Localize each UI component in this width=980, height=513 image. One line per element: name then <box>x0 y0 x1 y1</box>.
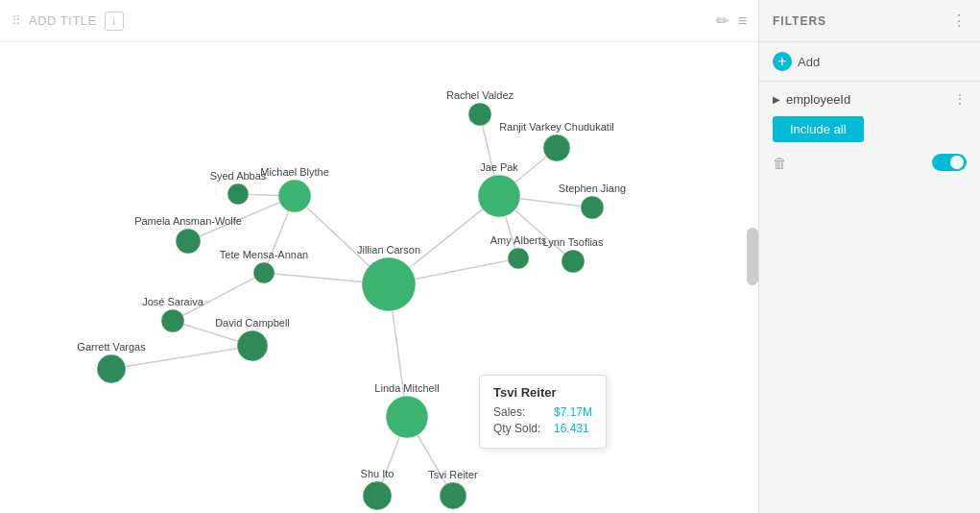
node-garrett[interactable]: Garrett Vargas <box>77 341 146 383</box>
node-shu[interactable]: Shu Ito <box>361 468 394 510</box>
scroll-handle[interactable] <box>747 228 758 285</box>
svg-point-46 <box>386 396 428 438</box>
svg-point-34 <box>278 180 311 212</box>
svg-text:Stephen Jiang: Stephen Jiang <box>559 183 626 194</box>
svg-point-18 <box>468 103 491 126</box>
svg-point-24 <box>581 196 604 219</box>
trash-icon[interactable]: 🗑 <box>773 155 787 171</box>
svg-text:José Saraiva: José Saraiva <box>142 296 203 307</box>
filter-toggle[interactable] <box>932 154 967 171</box>
svg-point-20 <box>543 134 570 161</box>
node-david[interactable]: David Campbell <box>215 317 290 361</box>
panel-menu-icon[interactable]: ⋮ <box>951 12 967 30</box>
svg-point-28 <box>562 250 585 273</box>
node-stephen[interactable]: Stephen Jiang <box>559 183 626 219</box>
chart-title-area: ⠿ ADD TITLE i <box>12 12 124 31</box>
svg-text:Jillian Carson: Jillian Carson <box>357 244 420 256</box>
add-circle-icon: + <box>773 52 792 71</box>
filter-item-menu-icon[interactable]: ⋮ <box>953 91 967 107</box>
svg-point-44 <box>97 354 126 383</box>
svg-point-42 <box>237 330 268 361</box>
svg-text:Jae Pak: Jae Pak <box>480 161 518 173</box>
svg-text:Syed Abbas: Syed Abbas <box>210 170 267 182</box>
svg-point-50 <box>440 482 466 509</box>
filter-section: ▶ employeeId ⋮ Include all 🗑 <box>759 82 980 181</box>
right-panel: FILTERS ⋮ + Add ▶ employeeId ⋮ Include a… <box>759 0 980 513</box>
svg-text:Garrett Vargas: Garrett Vargas <box>77 341 146 353</box>
svg-text:Tsvi Reiter: Tsvi Reiter <box>428 469 478 480</box>
svg-text:Linda Mitchell: Linda Mitchell <box>374 382 439 394</box>
node-jillian[interactable]: Jillian Carson <box>357 244 420 311</box>
node-pamela[interactable]: Pamela Ansman-Wolfe <box>134 215 242 254</box>
svg-point-38 <box>176 229 201 254</box>
add-filter-button[interactable]: + Add <box>759 42 980 82</box>
edit-icon[interactable]: ✏ <box>716 12 729 30</box>
svg-text:Pamela Ansman-Wolfe: Pamela Ansman-Wolfe <box>134 215 242 227</box>
node-tsvi[interactable]: Tsvi Reiter <box>428 469 478 509</box>
svg-text:Shu Ito: Shu Ito <box>361 468 394 479</box>
chart-header-actions: ✏ ≡ <box>716 12 747 30</box>
chevron-right-icon: ▶ <box>773 94 780 105</box>
node-amy[interactable]: Amy Alberts <box>490 234 547 269</box>
svg-point-36 <box>227 183 249 205</box>
chart-title[interactable]: ADD TITLE <box>29 13 97 28</box>
node-linda[interactable]: Linda Mitchell <box>374 382 439 438</box>
node-jose[interactable]: José Saraiva <box>142 296 203 332</box>
svg-text:Tete Mensa-Annan: Tete Mensa-Annan <box>220 249 308 260</box>
svg-point-48 <box>363 481 392 510</box>
drag-icon: ⠿ <box>12 13 21 28</box>
filter-footer: 🗑 <box>773 154 967 171</box>
menu-icon[interactable]: ≡ <box>738 12 747 30</box>
node-lynn[interactable]: Lynn Tsoflias <box>543 236 604 273</box>
node-tete[interactable]: Tete Mensa-Annan <box>220 249 308 283</box>
network-graph[interactable]: Rachel ValdezRanjit Varkey ChudukatilJae… <box>0 42 758 513</box>
node-jae[interactable]: Jae Pak <box>478 161 520 217</box>
panel-header: FILTERS ⋮ <box>759 0 980 42</box>
svg-text:David Campbell: David Campbell <box>215 317 290 329</box>
node-ranjit[interactable]: Ranjit Varkey Chudukatil <box>499 121 614 161</box>
toggle-knob <box>950 156 964 169</box>
svg-text:Rachel Valdez: Rachel Valdez <box>446 89 514 101</box>
svg-point-30 <box>362 257 416 311</box>
svg-point-40 <box>161 309 184 332</box>
chart-header: ⠿ ADD TITLE i ✏ ≡ <box>0 0 758 42</box>
chart-area: ⠿ ADD TITLE i ✏ ≡ Rachel ValdezRanjit Va… <box>0 0 759 513</box>
filter-item-header: ▶ employeeId ⋮ <box>773 91 967 107</box>
svg-point-26 <box>508 248 529 269</box>
svg-point-22 <box>478 175 520 217</box>
filter-item-left[interactable]: ▶ employeeId <box>773 92 850 107</box>
filter-name: employeeId <box>786 92 850 107</box>
add-label: Add <box>798 55 820 69</box>
include-all-button[interactable]: Include all <box>773 116 864 142</box>
svg-text:Ranjit Varkey Chudukatil: Ranjit Varkey Chudukatil <box>499 121 614 133</box>
svg-text:Michael Blythe: Michael Blythe <box>260 166 329 178</box>
panel-title: FILTERS <box>773 14 826 28</box>
info-button[interactable]: i <box>105 12 124 31</box>
svg-text:Lynn Tsoflias: Lynn Tsoflias <box>543 236 604 248</box>
svg-text:Amy Alberts: Amy Alberts <box>490 234 547 246</box>
svg-point-32 <box>253 262 275 283</box>
node-syed[interactable]: Syed Abbas <box>210 170 267 205</box>
